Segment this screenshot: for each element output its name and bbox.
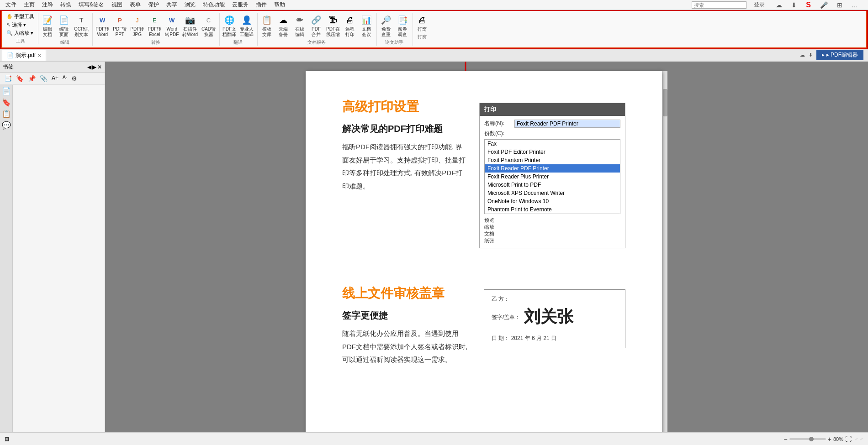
docservices-items: 📋 模板文库 ☁ 云端备份 ✏ 在线编辑 🔗 — [259, 13, 375, 38]
cloud-backup-icon: ☁ — [277, 14, 290, 26]
pdf-compress-btn[interactable]: 🗜 PDF在线压缩 — [324, 13, 342, 38]
sidebar-close[interactable]: ✕ — [97, 64, 102, 70]
print-section-subtitle: 解决常见的PDF打印难题 — [342, 123, 466, 135]
print-list-ms-xps[interactable]: Microsoft XPS Document Writer — [485, 189, 620, 197]
content-area[interactable]: 高级打印设置 解决常见的PDF打印难题 福昕PDF阅读器拥有强大的打印功能, 界… — [105, 62, 868, 444]
status-bar: 🖼 − + 80% ⛶ ⟋⟋ — [0, 432, 868, 444]
select-btn[interactable]: ↖ 选择 ▾ — [5, 21, 36, 29]
print-list-phantom-evernote[interactable]: Phantom Print to Evernote — [485, 205, 620, 214]
mark-survey-btn[interactable]: 📑 阅卷调查 — [394, 13, 411, 38]
zoom-btn[interactable]: 🔍 入缩放 ▾ — [5, 29, 36, 37]
cad-convert-btn[interactable]: C CAD转换器 — [200, 13, 217, 38]
bookmark-icon[interactable]: 📑 — [3, 74, 13, 83]
doc-meeting-btn[interactable]: 📊 文档会议 — [358, 13, 375, 38]
right-scrollbar[interactable] — [662, 71, 667, 435]
menu-item-browse[interactable]: 浏览 — [181, 0, 199, 10]
expand-icon[interactable]: ⛶ — [845, 435, 852, 443]
menu-item-convert[interactable]: 转换 — [57, 0, 75, 10]
cloud-backup-btn[interactable]: ☁ 云端备份 — [275, 13, 291, 38]
menu-item-help[interactable]: 帮助 — [270, 0, 289, 10]
check-dup-btn[interactable]: 🔎 免费查重 — [378, 13, 394, 38]
pdf-merge-btn[interactable]: 🔗 PDF合并 — [308, 13, 324, 38]
print-list-fax[interactable]: Fax — [485, 140, 620, 148]
font-increase-icon[interactable]: A+ — [50, 74, 60, 83]
scan-to-word-btn[interactable]: 📷 扫描件转Word — [180, 13, 200, 38]
layers-icon[interactable]: 📋 — [1, 110, 11, 118]
pdf-tab[interactable]: 📄 演示.pdf ✕ — [2, 50, 46, 61]
sig-date-label: 日 期： — [492, 335, 509, 341]
remote-print-btn[interactable]: 🖨 远程打印 — [342, 13, 358, 38]
menu-item-share[interactable]: 共享 — [163, 0, 181, 10]
edit-group-label: 编辑 — [60, 39, 69, 46]
sidebar-nav-next[interactable]: ▶ — [92, 64, 96, 70]
translate-items: 🌐 PDF文档翻译 👤 专业人工翻译 — [221, 13, 255, 38]
zoom-minus-btn[interactable]: − — [784, 435, 788, 443]
delete-icon[interactable]: 📎 — [38, 74, 49, 83]
add-bookmark-icon[interactable]: 🔖 — [15, 74, 25, 83]
sig-date-row: 日 期： 2021 年 6 月 21 日 — [492, 335, 618, 342]
online-edit-btn[interactable]: ✏ 在线编辑 — [291, 13, 308, 38]
sig-party-label: 乙 方： — [492, 295, 618, 303]
zoom-plus-btn[interactable]: + — [828, 435, 831, 443]
bookmark-panel-icon[interactable]: 🔖 — [1, 98, 11, 107]
download-icon: ⬇ — [788, 0, 800, 10]
remote-print-icon: 🖨 — [344, 14, 356, 26]
print-printer-list[interactable]: Fax Foxit PDF Editor Printer Foxit Phant… — [484, 139, 620, 214]
sig-date-value: 2021 年 6 月 21 日 — [511, 335, 556, 341]
zoom-slider[interactable] — [789, 438, 826, 440]
ribbon-group-print: 🖨 打窝 打窝 — [414, 13, 432, 40]
pdf-editor-btn[interactable]: ▸ ▸ PDF编辑器 — [816, 50, 863, 60]
template-library-btn[interactable]: 📋 模板文库 — [259, 13, 275, 38]
ribbon-group-docservices: 📋 模板文库 ☁ 云端备份 ✏ 在线编辑 🔗 — [259, 13, 377, 46]
edit-page-btn[interactable]: 📄 编辑页面 — [56, 13, 72, 38]
ribbon-group-edit: 📝 编辑文档 📄 编辑页面 T OCR识别文本 编辑 — [39, 13, 93, 46]
tab-close-btn[interactable]: ✕ — [37, 53, 41, 58]
print-list-foxit-editor[interactable]: Foxit PDF Editor Printer — [485, 148, 620, 156]
font-decrease-icon[interactable]: A- — [61, 74, 69, 83]
print-name-input[interactable] — [514, 120, 620, 128]
menu-item-protect[interactable]: 保护 — [144, 0, 163, 10]
print-list-foxit-reader[interactable]: Foxit Reader PDF Printer — [485, 164, 620, 173]
menu-item-form[interactable]: 表单 — [126, 0, 144, 10]
cad-label: CAD转换器 — [201, 26, 216, 37]
pdf-to-word-btn[interactable]: W PDF转Word — [94, 13, 111, 38]
menu-item-view[interactable]: 视图 — [108, 0, 126, 10]
pdf-to-excel-btn[interactable]: E PDF转Excel — [146, 13, 163, 38]
pdf-translate-btn[interactable]: 🌐 PDF文档翻译 — [221, 13, 238, 38]
menu-item-special[interactable]: 特色功能 — [199, 0, 228, 10]
pdf-to-ppt-btn[interactable]: P PDF转PPT — [111, 13, 128, 38]
sidebar-nav-prev[interactable]: ◀ — [87, 64, 91, 70]
hand-tool-btn[interactable]: ✋ 手型工具 — [5, 13, 36, 21]
print-list-foxit-plus[interactable]: Foxit Reader Plus Printer — [485, 173, 620, 181]
print-btn[interactable]: 🖨 打窝 — [414, 13, 430, 33]
settings-icon[interactable]: ⚙ — [70, 74, 79, 83]
menu-item-home[interactable]: 主页 — [20, 0, 38, 10]
ocr-btn[interactable]: T OCR识别文本 — [72, 13, 90, 38]
search-input[interactable] — [692, 1, 746, 9]
scrollbar-thumb[interactable] — [663, 89, 667, 116]
section-signature: 线上文件审核盖章 签字更便捷 随着无纸化办公应用普及。当遇到使用PDF文档中需要… — [342, 285, 625, 380]
pdf-to-jpg-btn[interactable]: J PDF转JPG — [128, 13, 146, 38]
print-list-onenote[interactable]: OneNote for Windows 10 — [485, 197, 620, 205]
print-list-foxit-phantom[interactable]: Foxit Phantom Printer — [485, 156, 620, 164]
print-list-ms-pdf[interactable]: Microsoft Print to PDF — [485, 181, 620, 189]
manual-translate-btn[interactable]: 👤 专业人工翻译 — [238, 13, 255, 38]
edit-doc-btn[interactable]: 📝 编辑文档 — [39, 13, 56, 38]
menu-item-cloud[interactable]: 云服务 — [228, 0, 252, 10]
menu-item-fill[interactable]: 填写&签名 — [75, 0, 108, 10]
red-arrow — [447, 62, 484, 75]
pdf-jpg-icon: J — [131, 14, 143, 26]
menu-item-plugin[interactable]: 插件 — [252, 0, 270, 10]
pdf-merge-label: PDF合并 — [312, 26, 321, 37]
add-child-icon[interactable]: 📌 — [26, 74, 37, 83]
comments-icon[interactable]: 💬 — [1, 121, 11, 130]
login-label[interactable]: 登录 — [750, 0, 768, 10]
ribbon-group-tools: ✋ 手型工具 ↖ 选择 ▾ 🔍 入缩放 ▾ — [5, 13, 38, 44]
ribbon-group-convert: W PDF转Word P PDF转PPT J PDF转JPG E — [94, 13, 220, 46]
pdf-word-label: PDF转Word — [95, 26, 109, 37]
online-edit-label: 在线编辑 — [295, 26, 304, 37]
page-thumbnail-icon[interactable]: 📄 — [1, 87, 11, 95]
menu-item-file[interactable]: 文件 — [2, 0, 20, 10]
menu-item-comment[interactable]: 注释 — [38, 0, 57, 10]
word-to-pdf-btn[interactable]: W Word转PDF — [163, 13, 180, 38]
